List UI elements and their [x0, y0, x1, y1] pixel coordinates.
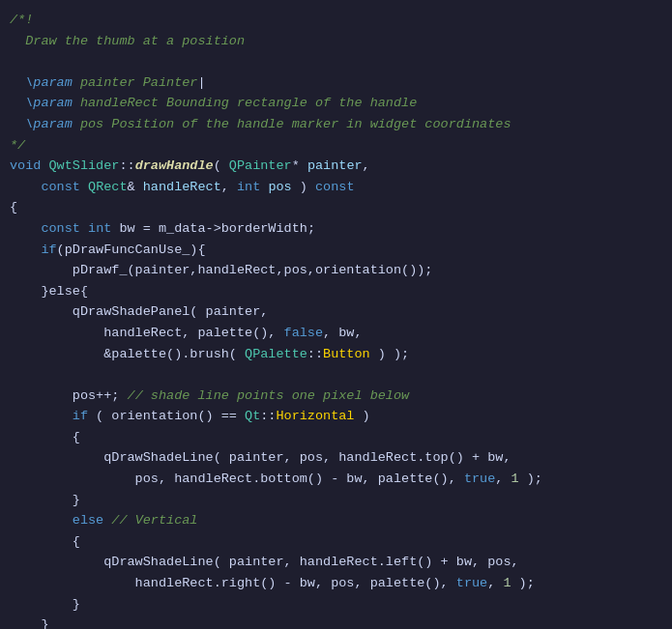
- line-26: {: [10, 531, 657, 553]
- line-28: handleRect.right() - bw, pos, palette(),…: [10, 573, 657, 594]
- line-11: const int bw = m_data->borderWidth;: [10, 218, 657, 240]
- line-22: qDrawShadeLine( painter, pos, handleRect…: [10, 447, 657, 469]
- line-29: }: [10, 594, 657, 615]
- line-16: handleRect, palette(), false, bw,: [10, 323, 657, 344]
- line-7: */: [10, 135, 657, 157]
- line-3: [10, 51, 657, 72]
- line-18: [10, 364, 657, 386]
- line-9: const QRect& handleRect, int pos ) const: [10, 177, 657, 198]
- line-13: pDrawf_(painter,handleRect,pos,orientati…: [10, 260, 657, 281]
- line-20: if ( orientation() == Qt::Horizontal ): [10, 406, 657, 427]
- line-25: else // Vertical: [10, 510, 657, 531]
- line-27: qDrawShadeLine( painter, handleRect.left…: [10, 552, 657, 573]
- line-4: \param painter Painter|: [10, 72, 657, 94]
- line-12: if(pDrawFuncCanUse_){: [10, 240, 657, 261]
- line-17: &palette().brush( QPalette::Button ) );: [10, 344, 657, 365]
- line-14: }else{: [10, 281, 657, 302]
- line-19: pos++; // shade line points one pixel be…: [10, 386, 657, 407]
- line-6: \param pos Position of the handle marker…: [10, 114, 657, 135]
- line-8: void QwtSlider::drawHandle( QPainter* pa…: [10, 156, 657, 177]
- line-2: Draw the thumb at a position: [10, 31, 657, 52]
- line-23: pos, handleRect.bottom() - bw, palette()…: [10, 469, 657, 490]
- line-21: {: [10, 427, 657, 448]
- line-10: {: [10, 197, 657, 218]
- code-container: /*! Draw the thumb at a position \param …: [0, 0, 672, 629]
- line-1: /*!: [10, 10, 657, 31]
- line-30: }: [10, 615, 657, 629]
- line-24: }: [10, 490, 657, 511]
- line-15: qDrawShadePanel( painter,: [10, 301, 657, 323]
- line-5: \param handleRect Bounding rectangle of …: [10, 93, 657, 114]
